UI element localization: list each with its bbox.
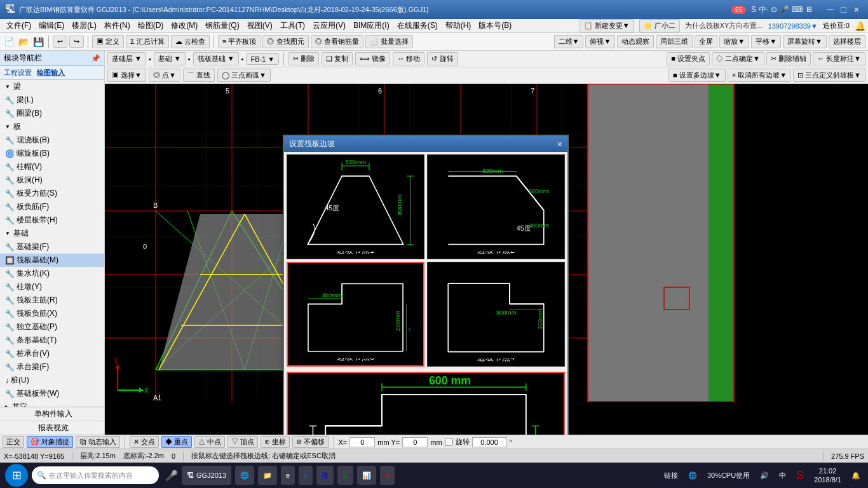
report-view-btn[interactable]: 报表视览 bbox=[0, 421, 104, 435]
tree-col-pier[interactable]: 🔧柱墩(Y) bbox=[0, 280, 104, 294]
base-layer-btn[interactable]: 基础层 ▼ bbox=[107, 52, 146, 65]
menu-rebar[interactable]: 钢筋量(Q) bbox=[201, 19, 243, 32]
batch-select-btn[interactable]: ⬜ 批量选择 bbox=[365, 35, 413, 48]
tree-cap-beam[interactable]: 🔧承台梁(F) bbox=[0, 360, 104, 374]
foundation-btn[interactable]: 基础 ▼ bbox=[154, 52, 186, 65]
menu-floor[interactable]: 楼层(L) bbox=[68, 19, 100, 32]
pan-btn[interactable]: 平移▼ bbox=[751, 35, 781, 48]
draw-input-btn[interactable]: 绘图输入 bbox=[37, 68, 65, 78]
snap-midpoint-active[interactable]: ◆ 重点 bbox=[161, 436, 192, 448]
two-point-btn[interactable]: ◇ 二点确定▼ bbox=[712, 52, 764, 65]
line-btn[interactable]: ⌒ 直线 bbox=[183, 69, 215, 82]
dynamic-view-btn[interactable]: 动态观察 bbox=[617, 35, 654, 48]
dialog-close-btn[interactable]: × bbox=[557, 139, 562, 149]
tree-ind-found[interactable]: 🔧独立基础(P) bbox=[0, 320, 104, 334]
guangxiao-btn[interactable]: 🌟 广小二 bbox=[639, 19, 680, 32]
cloud-check-btn[interactable]: ☁ 云检查 bbox=[171, 35, 210, 48]
taskbar-s-app[interactable]: S bbox=[380, 466, 395, 485]
search-box[interactable]: 🔍 在这里输入你要搜索的内容 bbox=[32, 466, 159, 484]
menu-component[interactable]: 构件(N) bbox=[100, 19, 134, 32]
top-view-btn[interactable]: 俯视▼ bbox=[585, 35, 615, 48]
menu-help[interactable]: 帮助(H) bbox=[442, 19, 475, 32]
cancel-all-slope-btn[interactable]: × 取消所有边坡▼ bbox=[728, 69, 791, 82]
network-icon[interactable]: 🌐 bbox=[686, 470, 700, 481]
node-cell-1[interactable]: 45度 800mm 500mm bbox=[287, 154, 424, 259]
set-grip-btn[interactable]: ■ 设置夹点 bbox=[667, 52, 710, 65]
menu-view[interactable]: 视图(V) bbox=[243, 19, 276, 32]
select-btn[interactable]: ▣ 选择▼ bbox=[107, 69, 146, 82]
menu-version[interactable]: 版本号(B) bbox=[475, 19, 515, 32]
raft-foundation-btn[interactable]: 筏板基础 ▼ bbox=[193, 52, 239, 65]
tree-sump[interactable]: 🔧集水坑(K) bbox=[0, 267, 104, 280]
delete-btn[interactable]: ✂ 删除 bbox=[288, 52, 319, 65]
new-btn[interactable]: 📄 bbox=[3, 36, 15, 48]
volume-icon[interactable]: 🔊 bbox=[757, 470, 771, 481]
tree-found-beam[interactable]: 🔧基础梁(F) bbox=[0, 240, 104, 254]
undo-btn[interactable]: ↩ bbox=[53, 36, 67, 48]
arc-btn[interactable]: ◯ 三点画弧▼ bbox=[217, 69, 271, 82]
node-cell-4[interactable]: 200mm 300mm 边坡节点4 bbox=[427, 262, 565, 367]
new-change-btn[interactable]: 📋 新建变更▼ bbox=[580, 19, 634, 32]
single-component-btn[interactable]: 单构件输入 bbox=[0, 407, 104, 421]
menu-bim[interactable]: BIM应用(I) bbox=[349, 19, 393, 32]
rotate-btn[interactable]: 屏幕旋转▼ bbox=[783, 35, 827, 48]
nav-pin-btn[interactable]: 📌 bbox=[91, 54, 100, 63]
find-elem-btn[interactable]: ◎ 查找图元 bbox=[262, 35, 308, 48]
tree-pile[interactable]: ↓桩(U) bbox=[0, 374, 104, 387]
tree-strip-found[interactable]: 🔧条形基础(T) bbox=[0, 334, 104, 347]
rotate-input[interactable] bbox=[472, 437, 507, 447]
view-rebar-btn[interactable]: ◎ 查看钢筋量 bbox=[311, 35, 363, 48]
zoom-btn[interactable]: 缩放▼ bbox=[719, 35, 749, 48]
tree-raft-main-rebar[interactable]: 🔧筏板主筋(R) bbox=[0, 294, 104, 307]
dialog-big-node-preview[interactable]: 600 mm 200 边坡节点3 bbox=[287, 372, 565, 435]
three-point-slope-btn[interactable]: ⊡ 三点定义斜坡板▼ bbox=[793, 69, 865, 82]
align-top-btn[interactable]: ≡ 平齐板顶 bbox=[218, 35, 261, 48]
fullscreen-btn[interactable]: 全屏 bbox=[695, 35, 717, 48]
snap-coord[interactable]: ⊕ 坐标 bbox=[261, 436, 290, 448]
minimize-btn[interactable]: ─ bbox=[823, 4, 837, 15]
sum-btn[interactable]: Σ 汇总计算 bbox=[126, 35, 169, 48]
view-2d-btn[interactable]: 二维▼ bbox=[554, 35, 584, 48]
rotate-draw-btn[interactable]: ↺ 旋转 bbox=[427, 52, 458, 65]
taskbar-explorer-app[interactable]: 📁 bbox=[258, 466, 277, 485]
tree-slab[interactable]: ▼板 bbox=[0, 120, 104, 133]
notification-btn[interactable]: 🔔 bbox=[849, 470, 863, 481]
tree-pile-cap[interactable]: 🔧桩承台(V) bbox=[0, 347, 104, 360]
taskbar-sogou-app[interactable]: 搜 bbox=[316, 466, 334, 485]
start-button[interactable]: ⊞ bbox=[5, 464, 28, 487]
snap-object-capture[interactable]: 🎯 对象捕捉 bbox=[27, 436, 73, 448]
tree-beam[interactable]: ▼梁 bbox=[0, 80, 104, 93]
tree-cast-slab[interactable]: 🔧现浇板(B) bbox=[0, 133, 104, 147]
tree-raft-found[interactable]: 🔲筏板基础(M) bbox=[0, 254, 104, 267]
maximize-btn[interactable]: □ bbox=[837, 4, 850, 15]
snap-orthogonal[interactable]: 正交 bbox=[3, 436, 24, 448]
partial-3d-btn[interactable]: 局部三维 bbox=[656, 35, 693, 48]
taskbar-ie-app[interactable]: e bbox=[281, 466, 295, 485]
point-btn[interactable]: ◎ 点▼ bbox=[149, 69, 180, 82]
project-settings-btn[interactable]: 工程设置 bbox=[4, 68, 32, 78]
cad-canvas[interactable]: X Y bbox=[105, 84, 868, 435]
node-cell-3[interactable]: 300mm 200mm ↕ 边坡节点3 bbox=[287, 262, 424, 367]
x-input[interactable] bbox=[349, 437, 375, 447]
redo-btn[interactable]: ↪ bbox=[69, 36, 84, 48]
tree-beam-l[interactable]: 🔧梁(L) bbox=[0, 93, 104, 107]
node-cell-2[interactable]: 45度 500mm 300mm 600mm 边坡节点2 bbox=[427, 154, 565, 259]
open-btn[interactable]: 📂 bbox=[17, 36, 30, 48]
menu-tools[interactable]: 工具(T) bbox=[276, 19, 309, 32]
close-btn[interactable]: × bbox=[850, 4, 863, 15]
move-btn[interactable]: ↔ 移动 bbox=[393, 52, 424, 65]
taskbar-g-app[interactable]: G bbox=[337, 466, 353, 485]
tree-slab-hole[interactable]: 🔧板洞(H) bbox=[0, 173, 104, 187]
copy-btn[interactable]: ❑ 复制 bbox=[322, 52, 353, 65]
tree-raft-neg-rebar[interactable]: 🔧筏板负筋(X) bbox=[0, 307, 104, 320]
tree-slab-rebar[interactable]: 🔧板受力筋(S) bbox=[0, 187, 104, 200]
save-btn[interactable]: 💾 bbox=[32, 36, 44, 48]
snap-vertex[interactable]: ▽ 顶点 bbox=[227, 436, 258, 448]
datetime-display[interactable]: 21:02 2018/8/1 bbox=[811, 465, 844, 486]
menu-draw[interactable]: 绘图(D) bbox=[134, 19, 168, 32]
floor-select-btn[interactable]: 选择楼层 bbox=[829, 35, 865, 48]
menu-edit[interactable]: 编辑(E) bbox=[35, 19, 68, 32]
mic-icon[interactable]: 🎤 bbox=[165, 470, 178, 482]
tree-col-cap[interactable]: 🔧柱帽(V) bbox=[0, 160, 104, 173]
snap-center[interactable]: △ 中点 bbox=[194, 436, 225, 448]
